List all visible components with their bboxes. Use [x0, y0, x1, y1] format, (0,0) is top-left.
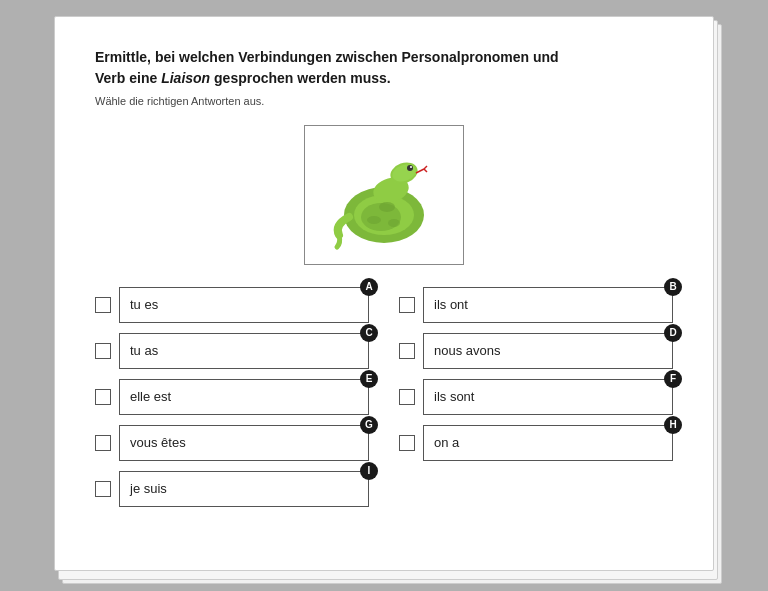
option-text-a: tu es: [130, 297, 158, 312]
checkbox-i[interactable]: [95, 481, 111, 497]
paper-main: Ermittle, bei welchen Verbindungen zwisc…: [54, 16, 714, 571]
badge-b: B: [664, 278, 682, 296]
svg-point-7: [410, 166, 412, 168]
badge-g: G: [360, 416, 378, 434]
checkbox-c[interactable]: [95, 343, 111, 359]
option-item-f: F ils sont: [399, 379, 673, 415]
option-box-f: F ils sont: [423, 379, 673, 415]
option-box-h: H on a: [423, 425, 673, 461]
option-item-a: A tu es: [95, 287, 369, 323]
option-text-h: on a: [434, 435, 459, 450]
snake-image-container: [95, 125, 673, 265]
title-text-3: gesprochen werden muss.: [210, 70, 391, 86]
option-item-h: H on a: [399, 425, 673, 461]
svg-point-13: [388, 219, 400, 227]
checkbox-d[interactable]: [399, 343, 415, 359]
badge-a: A: [360, 278, 378, 296]
snake-box: [304, 125, 464, 265]
option-box-g: G vous êtes: [119, 425, 369, 461]
badge-e: E: [360, 370, 378, 388]
option-text-e: elle est: [130, 389, 171, 404]
option-box-d: D nous avons: [423, 333, 673, 369]
checkbox-a[interactable]: [95, 297, 111, 313]
title-italic: Liaison: [161, 70, 210, 86]
option-box-b: B ils ont: [423, 287, 673, 323]
badge-c: C: [360, 324, 378, 342]
snake-illustration: [319, 135, 449, 255]
option-box-c: C tu as: [119, 333, 369, 369]
option-box-i: I je suis: [119, 471, 369, 507]
svg-point-11: [379, 202, 395, 212]
option-text-b: ils ont: [434, 297, 468, 312]
badge-i: I: [360, 462, 378, 480]
option-text-c: tu as: [130, 343, 158, 358]
badge-h: H: [664, 416, 682, 434]
checkbox-f[interactable]: [399, 389, 415, 405]
svg-point-12: [367, 216, 381, 224]
svg-line-10: [424, 169, 427, 172]
option-text-f: ils sont: [434, 389, 474, 404]
option-item-g: G vous êtes: [95, 425, 369, 461]
option-box-a: A tu es: [119, 287, 369, 323]
checkbox-g[interactable]: [95, 435, 111, 451]
title-text-1: Ermittle, bei welchen Verbindungen zwisc…: [95, 49, 559, 65]
option-item-b: B ils ont: [399, 287, 673, 323]
option-text-g: vous êtes: [130, 435, 186, 450]
checkbox-e[interactable]: [95, 389, 111, 405]
options-grid: A tu es B ils ont C tu as: [95, 287, 673, 507]
instruction-title: Ermittle, bei welchen Verbindungen zwisc…: [95, 47, 673, 89]
svg-point-6: [407, 165, 413, 171]
paper-stack: Ermittle, bei welchen Verbindungen zwisc…: [54, 16, 714, 576]
badge-d: D: [664, 324, 682, 342]
option-item-c: C tu as: [95, 333, 369, 369]
checkbox-b[interactable]: [399, 297, 415, 313]
option-item-i: I je suis: [95, 471, 369, 507]
option-box-e: E elle est: [119, 379, 369, 415]
option-text-i: je suis: [130, 481, 167, 496]
option-text-d: nous avons: [434, 343, 501, 358]
empty-cell: [399, 471, 673, 507]
option-item-d: D nous avons: [399, 333, 673, 369]
instruction-subtitle: Wähle die richtigen Antworten aus.: [95, 95, 673, 107]
checkbox-h[interactable]: [399, 435, 415, 451]
title-text-2: Verb eine: [95, 70, 161, 86]
option-item-e: E elle est: [95, 379, 369, 415]
badge-f: F: [664, 370, 682, 388]
